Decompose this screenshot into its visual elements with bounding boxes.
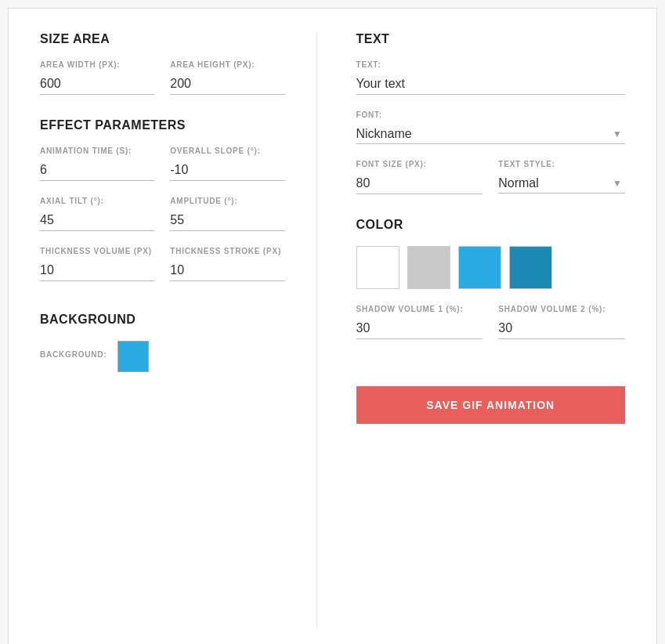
color-swatch-gray[interactable]: [407, 246, 450, 289]
area-height-input[interactable]: [170, 74, 284, 95]
background-label: BACKGROUND:: [40, 350, 107, 359]
overall-slope-input[interactable]: [170, 160, 284, 181]
area-height-label: AREA HEIGHT (PX):: [170, 60, 284, 69]
color-swatches: [356, 246, 626, 289]
text-input[interactable]: [356, 74, 626, 95]
font-select-wrapper: Nickname Arial Times New Roman Verdana ▼: [356, 124, 626, 144]
text-style-select[interactable]: Normal Bold Italic Bold Italic: [498, 173, 625, 193]
axial-tilt-input[interactable]: [40, 210, 154, 231]
animation-time-label: ANIMATION TIME (S):: [40, 147, 154, 155]
font-select[interactable]: Nickname Arial Times New Roman Verdana: [356, 124, 626, 143]
text-label: TEXT:: [356, 60, 626, 69]
background-color-swatch[interactable]: [117, 341, 149, 372]
shadow-volume1-input[interactable]: [356, 318, 483, 339]
color-title: COLOR: [356, 218, 626, 232]
thickness-volume-label: THICKNESS VOLUME (PX): [40, 247, 154, 255]
thickness-volume-input[interactable]: [40, 260, 154, 281]
amplitude-label: AMPLITUDE (°):: [170, 197, 284, 205]
font-label: FONT:: [356, 110, 626, 119]
color-swatch-blue[interactable]: [458, 246, 501, 289]
shadow-volume1-label: SHADOW VOLUME 1 (%):: [356, 305, 483, 313]
shadow-volume2-input[interactable]: [498, 318, 625, 339]
overall-slope-label: OVERALL SLOPE (°):: [170, 147, 284, 155]
area-width-label: AREA WIDTH (PX):: [40, 60, 154, 69]
background-title: BACKGROUND: [40, 313, 285, 327]
thickness-stroke-label: THICKNESS STROKE (PX): [170, 247, 284, 255]
effect-parameters-title: EFFECT PARAMETERS: [40, 118, 285, 132]
animation-time-input[interactable]: [40, 160, 154, 181]
size-area-title: SIZE AREA: [40, 32, 285, 46]
font-size-label: FONT SIZE (PX):: [356, 160, 483, 168]
color-swatch-white[interactable]: [356, 246, 399, 289]
text-title: TEXT: [356, 32, 626, 46]
text-style-select-wrapper: Normal Bold Italic Bold Italic ▼: [498, 173, 625, 194]
area-width-input[interactable]: [40, 74, 154, 95]
font-size-input[interactable]: [356, 173, 483, 194]
text-style-label: TEXT STYLE:: [498, 160, 625, 168]
axial-tilt-label: AXIAL TILT (°):: [40, 197, 154, 205]
thickness-stroke-input[interactable]: [170, 260, 284, 281]
amplitude-input[interactable]: [170, 210, 284, 231]
shadow-volume2-label: SHADOW VOLUME 2 (%):: [498, 305, 625, 313]
save-gif-button[interactable]: SAVE GIF ANIMATION: [356, 386, 626, 424]
color-swatch-blue-dark[interactable]: [509, 246, 552, 289]
